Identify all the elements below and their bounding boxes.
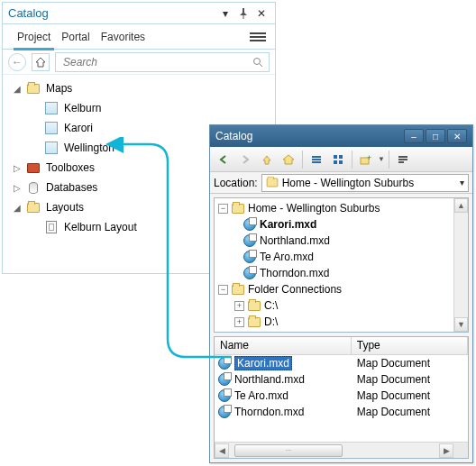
column-name[interactable]: Name bbox=[215, 337, 352, 354]
tree-label: C:\ bbox=[264, 299, 278, 312]
map-icon bbox=[44, 141, 59, 155]
cell-type: Map Document bbox=[352, 373, 468, 386]
collapse-icon[interactable]: − bbox=[218, 204, 228, 214]
tab-portal-label: Portal bbox=[61, 31, 89, 43]
map-icon bbox=[44, 121, 59, 135]
expander-icon[interactable]: ◢ bbox=[12, 203, 23, 213]
svg-rect-4 bbox=[312, 161, 321, 163]
collapse-icon[interactable]: − bbox=[218, 285, 228, 295]
expander-icon[interactable]: ▷ bbox=[12, 183, 23, 193]
tree-node-home[interactable]: − Home - Wellington Suburbs bbox=[216, 200, 452, 216]
mxd-icon bbox=[243, 267, 256, 279]
scroll-left-button[interactable]: ◀ bbox=[215, 443, 229, 458]
expander-icon[interactable]: ▷ bbox=[12, 163, 23, 173]
tab-favorites[interactable]: Favorites bbox=[96, 24, 151, 50]
list-row[interactable]: Te Aro.mxd Map Document bbox=[215, 388, 468, 404]
tree-node-folderconn[interactable]: − Folder Connections bbox=[216, 281, 452, 297]
properties-button[interactable] bbox=[393, 150, 413, 169]
horizontal-scrollbar[interactable]: ◀ ··· ▶ bbox=[215, 442, 468, 458]
resize-grip[interactable] bbox=[453, 443, 468, 458]
folder-icon bbox=[248, 317, 261, 327]
tree-drive-d[interactable]: + D:\ bbox=[216, 314, 452, 330]
tree-node-maps[interactable]: ◢ Maps bbox=[8, 78, 270, 98]
tree-file-northland[interactable]: Northland.mxd bbox=[216, 233, 452, 249]
minimize-button[interactable]: – bbox=[404, 129, 424, 143]
svg-text:+: + bbox=[367, 153, 371, 162]
folder-icon bbox=[232, 285, 244, 295]
search-field[interactable] bbox=[55, 52, 270, 72]
scroll-down-button[interactable]: ▼ bbox=[454, 317, 468, 332]
home-folder-icon bbox=[266, 178, 278, 187]
tree-label: Wellington bbox=[62, 141, 116, 155]
expand-icon[interactable]: + bbox=[234, 301, 244, 311]
svg-rect-3 bbox=[312, 159, 321, 160]
tree-label: Te Aro.mxd bbox=[260, 251, 314, 263]
tab-project[interactable]: Project bbox=[12, 24, 56, 50]
tree-label: Northland.mxd bbox=[260, 234, 330, 247]
dropdown-icon[interactable]: ▾ bbox=[217, 5, 233, 22]
tab-portal[interactable]: Portal bbox=[56, 24, 95, 50]
tree-file-thorndon[interactable]: Thorndon.mxd bbox=[216, 265, 452, 281]
scroll-thumb[interactable]: ··· bbox=[234, 444, 343, 457]
maximize-button[interactable]: □ bbox=[426, 129, 445, 143]
contents-list: Name Type Karori.mxd Map Document Northl… bbox=[214, 336, 469, 459]
location-bar: Location: Home - Wellington Suburbs ▾ bbox=[210, 172, 472, 194]
tab-project-label: Project bbox=[17, 31, 50, 43]
back-button[interactable] bbox=[214, 150, 233, 169]
scroll-right-button[interactable]: ▶ bbox=[439, 443, 453, 458]
forward-button[interactable] bbox=[235, 150, 255, 169]
list-row[interactable]: Northland.mxd Map Document bbox=[215, 371, 468, 388]
tree-label: Layouts bbox=[44, 200, 86, 215]
location-value: Home - Wellington Suburbs bbox=[282, 177, 415, 189]
cell-type: Map Document bbox=[352, 357, 468, 370]
tree-file-karori[interactable]: Karori.mxd bbox=[216, 216, 452, 233]
list-row[interactable]: Thorndon.mxd Map Document bbox=[215, 404, 468, 420]
mxd-icon bbox=[243, 218, 256, 231]
tree-drive-c[interactable]: + C:\ bbox=[216, 297, 452, 314]
window-title-bar[interactable]: Catalog – □ ✕ bbox=[210, 125, 472, 147]
list-view-button[interactable] bbox=[307, 150, 326, 169]
map-icon bbox=[44, 101, 59, 115]
vertical-scrollbar[interactable]: ▲ ▼ bbox=[453, 198, 468, 332]
search-input[interactable] bbox=[61, 55, 252, 69]
cell-type: Map Document bbox=[352, 406, 468, 418]
column-type[interactable]: Type bbox=[352, 337, 468, 354]
close-icon[interactable]: ✕ bbox=[253, 5, 270, 22]
list-body: Karori.mxd Map Document Northland.mxd Ma… bbox=[215, 355, 468, 442]
back-button[interactable]: ← bbox=[8, 53, 26, 71]
svg-point-0 bbox=[254, 58, 261, 64]
home-button[interactable] bbox=[32, 53, 50, 71]
connect-folder-button[interactable]: + bbox=[356, 150, 376, 169]
search-icon bbox=[252, 57, 263, 68]
tree-label: Thorndon.mxd bbox=[260, 267, 329, 279]
mxd-icon bbox=[218, 406, 231, 418]
location-field[interactable]: Home - Wellington Suburbs ▾ bbox=[261, 174, 469, 192]
up-button[interactable] bbox=[257, 150, 277, 169]
svg-rect-11 bbox=[398, 156, 407, 158]
list-row[interactable]: Karori.mxd Map Document bbox=[215, 355, 468, 371]
tree-file-tearo[interactable]: Te Aro.mxd bbox=[216, 249, 452, 265]
scroll-up-button[interactable]: ▲ bbox=[454, 198, 468, 213]
pane-tabs: Project Portal Favorites bbox=[3, 24, 275, 50]
close-button[interactable]: ✕ bbox=[447, 129, 467, 143]
details-view-button[interactable] bbox=[328, 150, 348, 169]
column-label: Type bbox=[357, 339, 380, 352]
location-label: Location: bbox=[214, 177, 258, 189]
dropdown-icon[interactable]: ▾ bbox=[460, 178, 464, 187]
catalog-window: Catalog – □ ✕ + ▼ Location: Home - Welli… bbox=[209, 124, 473, 463]
expander-icon[interactable]: ◢ bbox=[12, 84, 23, 94]
svg-rect-5 bbox=[334, 155, 337, 159]
home-button[interactable] bbox=[279, 150, 298, 169]
catalog-tree: − Home - Wellington Suburbs Karori.mxd N… bbox=[215, 198, 453, 332]
tree-label: Maps bbox=[44, 81, 74, 96]
expand-icon[interactable]: + bbox=[234, 317, 244, 327]
cell-name: Te Aro.mxd bbox=[234, 389, 288, 402]
mxd-icon bbox=[218, 373, 231, 386]
tree-item-kelburn[interactable]: Kelburn bbox=[8, 98, 270, 118]
menu-icon[interactable] bbox=[250, 29, 266, 45]
window-title: Catalog bbox=[215, 130, 402, 142]
mxd-icon bbox=[243, 234, 256, 247]
list-header: Name Type bbox=[215, 337, 468, 355]
cell-name: Karori.mxd bbox=[234, 356, 292, 370]
pin-icon[interactable] bbox=[235, 5, 252, 22]
